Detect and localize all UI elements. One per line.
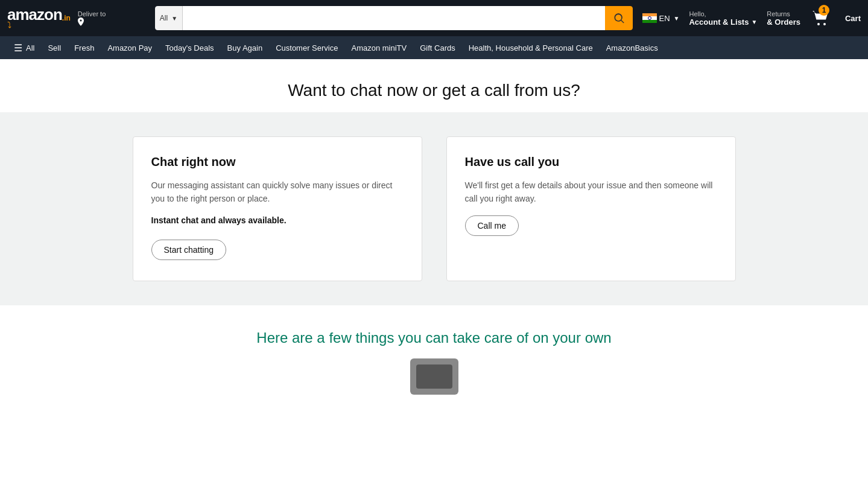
logo-suffix: .in (62, 14, 71, 22)
search-category-label: All (160, 14, 168, 22)
account-main: Account & Lists ▼ (689, 18, 757, 27)
deliver-location (78, 18, 150, 26)
search-category-select[interactable]: All ▼ (155, 6, 183, 30)
navbar-item-sell[interactable]: Sell (41, 36, 68, 59)
amazon-smile-icon: ⤵︎ (7, 20, 11, 30)
lang-chevron-icon: ▼ (674, 15, 680, 22)
deliver-label: Deliver to (78, 10, 150, 18)
navbar-all-label: All (26, 43, 34, 53)
navbar: ☰ All Sell Fresh Amazon Pay Today's Deal… (0, 36, 868, 59)
returns-label: Returns (767, 10, 800, 18)
call-me-button[interactable]: Call me (465, 215, 519, 236)
svg-point-1 (823, 23, 826, 25)
language-label: EN (659, 14, 670, 23)
navbar-item-buy-again[interactable]: Buy Again (221, 36, 270, 59)
returns-main: & Orders (767, 18, 800, 27)
page-title: Want to chat now or get a call from us? (12, 81, 856, 100)
navbar-item-minitv[interactable]: Amazon miniTV (344, 36, 413, 59)
start-chatting-button[interactable]: Start chatting (151, 240, 227, 260)
amazon-logo[interactable]: amazon .in ⤵︎ (7, 7, 71, 30)
location-icon (78, 18, 84, 26)
navbar-item-all[interactable]: ☰ All (7, 36, 41, 59)
hamburger-icon: ☰ (14, 42, 22, 54)
search-button[interactable] (605, 6, 633, 30)
search-icon (613, 12, 625, 24)
cart-count: 1 (819, 5, 829, 16)
chat-card: Chat right now Our messaging assistant c… (133, 136, 422, 281)
india-flag (642, 13, 657, 23)
account-section[interactable]: Hello, Account & Lists ▼ (689, 10, 757, 27)
search-input[interactable] (183, 6, 604, 30)
chat-card-title: Chat right now (151, 155, 404, 169)
navbar-item-amazon-pay[interactable]: Amazon Pay (101, 36, 159, 59)
self-service-section: Here are a few things you can take care … (0, 305, 868, 407)
navbar-item-health[interactable]: Health, Household & Personal Care (462, 36, 600, 59)
header: amazon .in ⤵︎ Deliver to All ▼ (0, 0, 868, 36)
self-service-icon (410, 358, 458, 395)
account-hello: Hello, (689, 10, 757, 18)
svg-point-0 (817, 23, 820, 25)
account-chevron-icon: ▼ (751, 19, 757, 25)
navbar-item-todays-deals[interactable]: Today's Deals (159, 36, 221, 59)
page-title-section: Want to chat now or get a call from us? (0, 59, 868, 112)
chat-card-desc: Our messaging assistant can quickly solv… (151, 179, 404, 206)
main-content: Want to chat now or get a call from us? … (0, 59, 868, 407)
navbar-item-customer-service[interactable]: Customer Service (269, 36, 344, 59)
call-card-desc: We'll first get a few details about your… (465, 179, 717, 206)
logo-text: amazon (7, 7, 62, 22)
chevron-down-icon: ▼ (171, 15, 177, 22)
cards-section: Chat right now Our messaging assistant c… (0, 112, 868, 305)
chat-card-highlight: Instant chat and always available. (151, 215, 404, 225)
navbar-item-gift-cards[interactable]: Gift Cards (413, 36, 462, 59)
header-right: EN ▼ Hello, Account & Lists ▼ Returns & … (642, 7, 861, 29)
self-service-title: Here are a few things you can take care … (12, 329, 856, 346)
cart-label: Cart (845, 14, 861, 23)
call-card: Have us call you We'll first get a few d… (446, 136, 736, 281)
deliver-to[interactable]: Deliver to (78, 10, 150, 26)
returns-section[interactable]: Returns & Orders (767, 10, 800, 27)
cart-section[interactable]: 1 Cart (810, 7, 861, 29)
search-bar: All ▼ (155, 6, 633, 30)
navbar-item-fresh[interactable]: Fresh (68, 36, 101, 59)
call-card-title: Have us call you (465, 155, 717, 169)
navbar-item-amazonbasics[interactable]: AmazonBasics (600, 36, 665, 59)
language-selector[interactable]: EN ▼ (642, 13, 680, 23)
